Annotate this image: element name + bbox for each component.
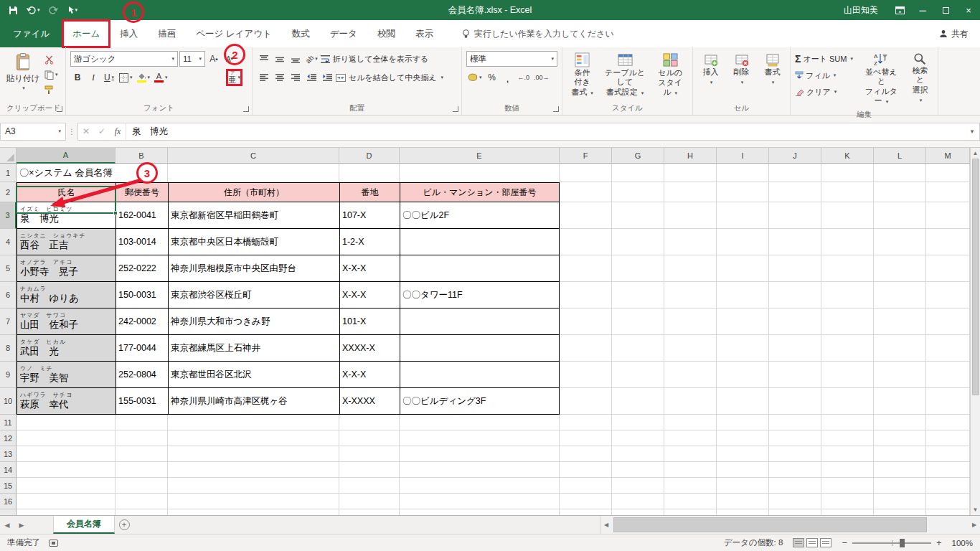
cell[interactable]	[168, 446, 339, 462]
cell[interactable]	[874, 229, 926, 255]
shrink-font-button[interactable]: A▾	[222, 51, 237, 67]
decrease-decimal-button[interactable]: .00→	[532, 70, 551, 85]
cell[interactable]	[717, 494, 769, 509]
column-header-F[interactable]: F	[560, 148, 612, 164]
cell-C10[interactable]: 神奈川県川崎市高津区梶ヶ谷	[168, 388, 339, 415]
bold-button[interactable]: B	[70, 70, 85, 85]
cell-A9[interactable]: ウノ ミチ宇野 美智	[17, 362, 116, 388]
conditional-formatting-button[interactable]: 条件付き 書式 ▾	[567, 51, 598, 99]
cell[interactable]	[769, 182, 821, 202]
cell[interactable]	[821, 462, 874, 478]
cell[interactable]	[874, 494, 926, 509]
cell[interactable]	[821, 309, 874, 335]
row-header-4[interactable]: 4	[0, 229, 17, 255]
cell-E6[interactable]: 〇〇タワー11F	[400, 282, 560, 309]
cell[interactable]	[874, 282, 926, 309]
align-center-button[interactable]	[273, 70, 287, 85]
cell[interactable]	[664, 446, 717, 462]
cell[interactable]	[874, 309, 926, 335]
cell[interactable]	[560, 446, 612, 462]
cell[interactable]	[821, 335, 874, 362]
cell[interactable]	[664, 309, 717, 335]
increase-decimal-button[interactable]: ←.0	[517, 70, 532, 85]
cell[interactable]	[339, 478, 400, 494]
increase-indent-button[interactable]	[320, 70, 334, 85]
underline-button[interactable]: U▾	[102, 70, 116, 85]
row-header-6[interactable]: 6	[0, 282, 17, 309]
cell[interactable]	[168, 415, 339, 430]
cell[interactable]	[874, 388, 926, 415]
cell[interactable]	[769, 282, 821, 309]
share-button[interactable]: 共有	[939, 20, 980, 47]
cell[interactable]	[612, 494, 664, 509]
format-painter-button[interactable]	[43, 83, 60, 97]
cell[interactable]	[926, 494, 970, 509]
horizontal-scroll-thumb[interactable]	[613, 517, 927, 532]
scroll-down-icon[interactable]: ▼	[971, 504, 980, 515]
cell-A8[interactable]: タケダ ヒカル武田 光	[17, 335, 116, 362]
cell[interactable]	[17, 509, 116, 515]
cell[interactable]	[664, 255, 717, 282]
table-header-cell[interactable]: 住所（市町村）	[168, 182, 339, 202]
cell[interactable]	[717, 335, 769, 362]
cell[interactable]	[560, 309, 612, 335]
zoom-slider-thumb[interactable]	[900, 539, 905, 547]
close-button[interactable]: ×	[957, 0, 980, 20]
cell[interactable]	[116, 478, 168, 494]
tab-insert[interactable]: 挿入	[110, 20, 148, 47]
cell[interactable]	[874, 335, 926, 362]
cell-B7[interactable]: 242-0002	[116, 309, 168, 335]
scroll-right-icon[interactable]: ▶	[969, 522, 980, 528]
cell[interactable]	[168, 430, 339, 446]
row-header-1[interactable]: 1	[0, 164, 17, 182]
cell-D7[interactable]: 101-X	[339, 309, 400, 335]
cell-A4[interactable]: ニシタニ ショウキチ西谷 正吉	[17, 229, 116, 255]
save-button[interactable]	[6, 2, 21, 18]
cell[interactable]	[400, 478, 560, 494]
cut-button[interactable]	[43, 52, 60, 67]
cell[interactable]	[116, 509, 168, 515]
cell[interactable]	[116, 430, 168, 446]
cell[interactable]	[821, 229, 874, 255]
align-right-button[interactable]	[288, 70, 303, 85]
cell[interactable]	[821, 388, 874, 415]
align-middle-button[interactable]	[273, 51, 287, 67]
cell[interactable]	[926, 309, 970, 335]
borders-button[interactable]: ▾	[118, 70, 134, 85]
cell-E9[interactable]	[400, 362, 560, 388]
column-header-C[interactable]: C	[168, 148, 339, 164]
fill-color-button[interactable]: ▾	[136, 70, 152, 85]
macro-record-icon[interactable]	[49, 540, 58, 547]
cell[interactable]	[717, 309, 769, 335]
row-header-8[interactable]: 8	[0, 335, 17, 362]
cell[interactable]	[769, 478, 821, 494]
redo-button[interactable]	[45, 2, 62, 18]
cell[interactable]	[821, 362, 874, 388]
cell[interactable]	[926, 430, 970, 446]
formula-input[interactable]: 泉 博光	[126, 123, 965, 140]
font-dialog-launcher[interactable]	[243, 106, 249, 112]
cell[interactable]	[769, 388, 821, 415]
orientation-button[interactable]: ab▾	[304, 51, 319, 67]
name-box[interactable]: A3▾	[0, 123, 66, 141]
cell-A10[interactable]: ハギワラ サチヨ萩原 幸代	[17, 388, 116, 415]
cell[interactable]	[769, 415, 821, 430]
column-header-G[interactable]: G	[612, 148, 664, 164]
column-header-E[interactable]: E	[400, 148, 560, 164]
column-header-M[interactable]: M	[926, 148, 970, 164]
align-left-button[interactable]	[257, 70, 271, 85]
cell[interactable]	[769, 494, 821, 509]
cell[interactable]	[400, 494, 560, 509]
cell[interactable]	[168, 462, 339, 478]
cell[interactable]	[821, 478, 874, 494]
cell[interactable]	[612, 335, 664, 362]
cell[interactable]	[717, 509, 769, 515]
cell[interactable]	[874, 164, 926, 182]
cell[interactable]	[116, 494, 168, 509]
cell[interactable]	[926, 229, 970, 255]
cell[interactable]	[560, 494, 612, 509]
row-header-16[interactable]: 16	[0, 494, 17, 509]
cell[interactable]	[612, 309, 664, 335]
cell[interactable]	[717, 478, 769, 494]
cell[interactable]	[664, 494, 717, 509]
